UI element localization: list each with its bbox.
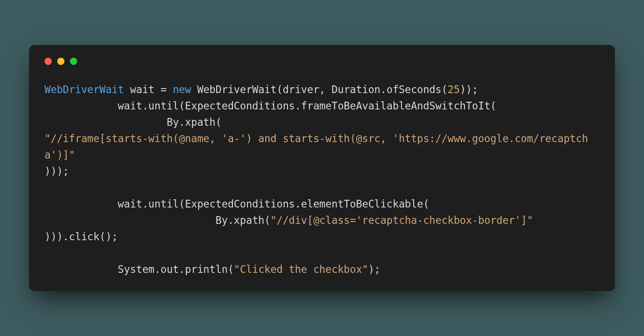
code-line: By.xpath( xyxy=(45,116,222,128)
code-window: WebDriverWait wait = new WebDriverWait(d… xyxy=(29,45,615,291)
close-icon[interactable] xyxy=(45,58,52,65)
code-line: ))).click(); xyxy=(45,231,118,242)
code-token: wait = xyxy=(124,84,173,95)
code-token: )); xyxy=(460,84,478,95)
code-token-string: "Clicked the checkbox" xyxy=(234,263,368,275)
code-token-type: WebDriverWait xyxy=(45,84,124,95)
maximize-icon[interactable] xyxy=(70,58,77,65)
code-line: wait.until(ExpectedConditions.elementToB… xyxy=(45,198,429,210)
code-token-string: "//iframe[starts-with(@name, 'a-') and s… xyxy=(45,133,588,161)
code-line: ))); xyxy=(45,165,69,177)
code-token: System.out.println( xyxy=(45,263,234,275)
code-token: ); xyxy=(368,263,381,275)
code-token-number: 25 xyxy=(447,84,460,95)
code-line: wait.until(ExpectedConditions.frameToBeA… xyxy=(45,100,496,112)
code-token-keyword: new xyxy=(173,84,191,95)
code-token-string: "//div[@class='recaptcha-checkbox-border… xyxy=(271,214,533,226)
code-token: By.xpath( xyxy=(45,214,271,226)
code-block: WebDriverWait wait = new WebDriverWait(d… xyxy=(45,81,599,277)
window-titlebar xyxy=(45,58,599,65)
minimize-icon[interactable] xyxy=(57,58,64,65)
code-token: WebDriverWait(driver, Duration.ofSeconds… xyxy=(191,84,448,95)
